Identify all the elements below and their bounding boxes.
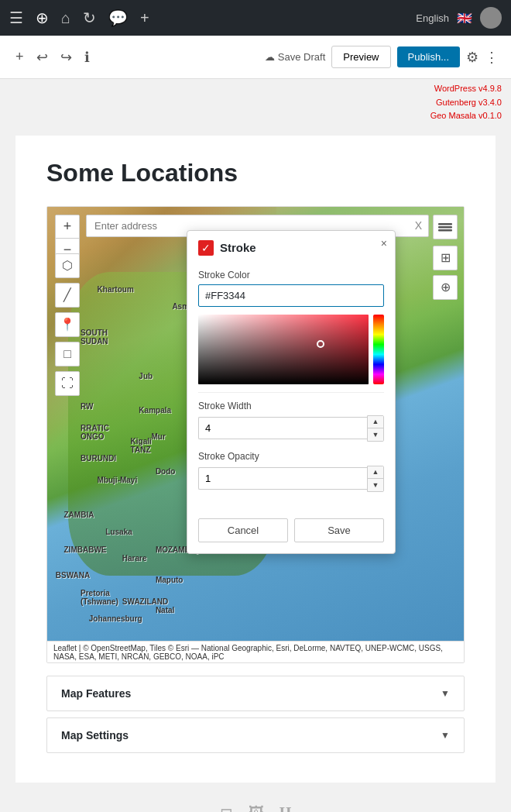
columns-icon[interactable]: ⊟ bbox=[220, 804, 233, 812]
stroke-opacity-label: Stroke Opacity bbox=[198, 451, 384, 462]
wordpress-icon[interactable]: ⊕ bbox=[36, 9, 49, 27]
info-icon[interactable]: ℹ bbox=[81, 46, 93, 69]
picker-cursor bbox=[317, 340, 324, 348]
color-gradient[interactable] bbox=[198, 315, 369, 384]
more-options-icon[interactable]: ⋮ bbox=[485, 49, 499, 66]
admin-bar: ☰ ⊕ ⌂ ↻ 💬 + English 🇬🇧 bbox=[0, 0, 511, 36]
geo-masala-version: Geo Masala v0.1.0 bbox=[9, 109, 502, 123]
add-icon[interactable]: + bbox=[140, 9, 149, 27]
stroke-color-label: Stroke Color bbox=[198, 270, 384, 280]
undo-icon[interactable]: ↩ bbox=[33, 46, 51, 69]
map-background[interactable]: Khartoum SOUTHSUDAN Asmara Jub Kampala R… bbox=[47, 207, 464, 641]
image-icon[interactable]: 🖼 bbox=[249, 804, 264, 812]
bottom-toolbar: ⊟ 🖼 H bbox=[0, 795, 511, 812]
color-spectrum[interactable] bbox=[373, 315, 384, 384]
stroke-width-up[interactable]: ▲ bbox=[368, 416, 383, 428]
admin-bar-right: English 🇬🇧 bbox=[416, 7, 502, 29]
map-features-arrow: ▼ bbox=[441, 688, 450, 699]
stroke-width-input[interactable] bbox=[198, 417, 367, 439]
map-layers-button[interactable] bbox=[433, 215, 458, 239]
color-picker[interactable] bbox=[198, 315, 384, 384]
flag-icon: 🇬🇧 bbox=[457, 11, 472, 26]
svg-rect-0 bbox=[438, 223, 452, 225]
editor-toolbar: + ↩ ↪ ℹ ☁ Save Draft Preview Publish... … bbox=[0, 36, 511, 79]
page-title[interactable]: Some Locations bbox=[46, 159, 465, 188]
svg-rect-2 bbox=[438, 229, 452, 232]
map-features-label: Map Features bbox=[61, 687, 131, 700]
stroke-opacity-input[interactable] bbox=[198, 467, 367, 490]
dialog-body: Stroke Color Stroke Width ▲ bbox=[187, 262, 395, 512]
publish-button[interactable]: Publish... bbox=[397, 46, 460, 67]
stroke-checkbox[interactable]: ✓ bbox=[198, 240, 214, 256]
settings-icon[interactable]: ⚙ bbox=[466, 49, 478, 66]
polygon-tool-button[interactable]: ⬡ bbox=[55, 253, 80, 278]
svg-rect-1 bbox=[438, 226, 452, 229]
locate-button[interactable]: ⊕ bbox=[433, 275, 458, 300]
stroke-opacity-up[interactable]: ▲ bbox=[368, 466, 383, 479]
map-left-controls: ⬡ ╱ 📍 □ ⛶ bbox=[55, 253, 80, 396]
save-button[interactable]: Save bbox=[294, 518, 384, 542]
fullscreen-tool-button[interactable]: ⛶ bbox=[55, 371, 80, 396]
square-tool-button[interactable]: □ bbox=[55, 342, 80, 366]
map-settings-header[interactable]: Map Settings ▼ bbox=[47, 718, 464, 752]
menu-icon[interactable]: ☰ bbox=[9, 9, 23, 27]
add-block-icon[interactable]: + bbox=[12, 46, 27, 68]
stroke-color-input[interactable] bbox=[198, 284, 384, 307]
stroke-opacity-spinners: ▲ ▼ bbox=[367, 466, 384, 492]
map-settings-label: Map Settings bbox=[61, 729, 129, 741]
wordpress-version: WordPress v4.9.8 bbox=[9, 82, 502, 96]
stroke-width-field: ▲ ▼ bbox=[198, 415, 384, 442]
stroke-width-label: Stroke Width bbox=[198, 401, 384, 411]
stroke-dialog: ✓ Stroke × Stroke Color Stroke bbox=[187, 230, 396, 554]
cancel-button[interactable]: Cancel bbox=[198, 518, 288, 542]
stroke-width-spinners: ▲ ▼ bbox=[367, 415, 384, 442]
redo-icon[interactable]: ↪ bbox=[57, 46, 75, 69]
map-search-close[interactable]: X bbox=[409, 216, 428, 235]
editor-content: Some Locations Khartoum SOUTHSUDAN Asmar… bbox=[15, 136, 496, 783]
dialog-actions: Cancel Save bbox=[187, 512, 395, 553]
preview-button[interactable]: Preview bbox=[331, 46, 390, 68]
save-draft-button[interactable]: ☁ Save Draft bbox=[265, 51, 325, 63]
map-settings-panel: Map Settings ▼ bbox=[46, 717, 465, 753]
stroke-width-down[interactable]: ▼ bbox=[368, 428, 383, 441]
home-icon[interactable]: ⌂ bbox=[61, 9, 70, 27]
stroke-opacity-down[interactable]: ▼ bbox=[368, 479, 383, 491]
refresh-icon[interactable]: ↻ bbox=[83, 9, 96, 27]
dialog-header: ✓ Stroke × bbox=[187, 231, 395, 262]
toolbar-actions: ☁ Save Draft Preview Publish... ⚙ ⋮ bbox=[265, 46, 499, 68]
point-tool-button[interactable]: 📍 bbox=[55, 312, 80, 337]
zoom-in-button[interactable]: + bbox=[56, 215, 79, 239]
map-features-header[interactable]: Map Features ▼ bbox=[47, 676, 464, 710]
line-tool-button[interactable]: ╱ bbox=[55, 283, 80, 308]
language-label: English bbox=[416, 12, 449, 24]
zoom-extent-button[interactable]: ⊞ bbox=[433, 246, 458, 270]
dialog-close-button[interactable]: × bbox=[381, 237, 387, 249]
stroke-opacity-field: ▲ ▼ bbox=[198, 466, 384, 492]
map-container: Khartoum SOUTHSUDAN Asmara Jub Kampala R… bbox=[46, 206, 465, 663]
map-features-panel: Map Features ▼ bbox=[46, 676, 465, 711]
map-right-controls: ⊞ ⊕ bbox=[433, 246, 458, 300]
gutenberg-version: Gutenberg v3.4.0 bbox=[9, 96, 502, 110]
version-info: WordPress v4.9.8 Gutenberg v3.4.0 Geo Ma… bbox=[0, 79, 511, 123]
avatar[interactable] bbox=[480, 7, 502, 29]
map-attribution: Leaflet | © OpenStreetMap, Tiles © Esri … bbox=[47, 641, 464, 663]
heading-icon[interactable]: H bbox=[280, 804, 292, 812]
dialog-title: Stroke bbox=[220, 241, 256, 254]
map-settings-arrow: ▼ bbox=[441, 730, 450, 741]
attribution-text: Leaflet | © OpenStreetMap, Tiles © Esri … bbox=[53, 644, 443, 661]
comment-icon[interactable]: 💬 bbox=[108, 9, 128, 27]
